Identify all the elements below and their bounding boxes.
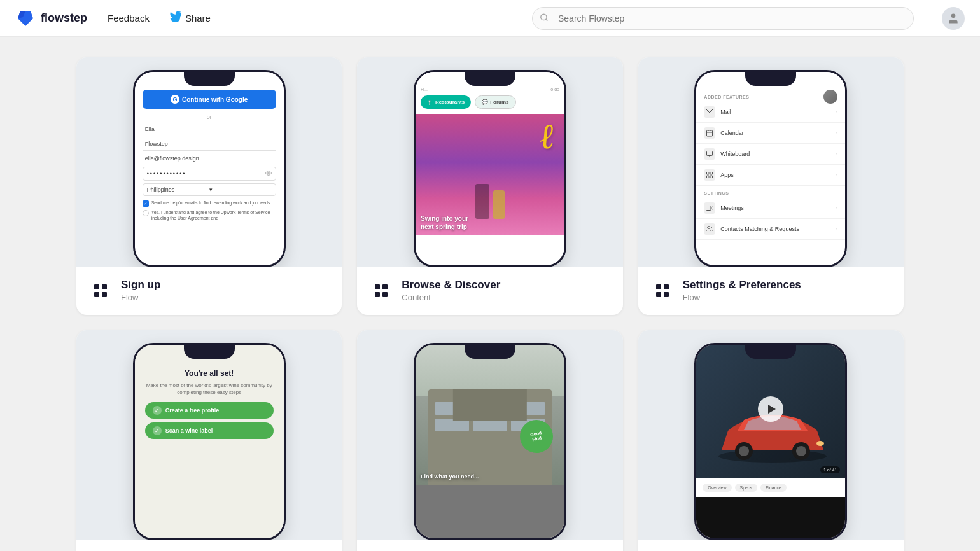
logo-text: flowstep (41, 11, 87, 25)
card-browse-title: Browse & Discover (402, 279, 500, 291)
signup-country: Philippines ▾ (143, 183, 276, 196)
phone-notch-4 (184, 345, 235, 359)
card-vivino-preview: You're all set! Make the most of the wor… (76, 330, 342, 540)
share-button[interactable]: Share (170, 11, 211, 25)
settings-section-1: ADDED FEATURES (696, 90, 845, 102)
vivino-title: You're all set! (145, 369, 274, 378)
phone-find: Good Find Find what you need... (414, 343, 566, 540)
settings-item-contacts: Contacts Matching & Requests › (696, 219, 845, 240)
browse-hero-image: ℓ Swing into your (416, 114, 564, 235)
svg-rect-12 (375, 292, 380, 297)
eye-icon (265, 170, 272, 178)
phone-screen-settings: ADDED FEATURES Mail › (696, 72, 845, 265)
car-ctrl-specs[interactable]: Specs (735, 484, 757, 492)
phone-vivino: You're all set! Make the most of the wor… (133, 343, 286, 540)
svg-rect-19 (707, 151, 713, 156)
svg-rect-29 (656, 284, 661, 289)
google-btn: G Continue with Google (143, 90, 276, 109)
phone-screen-find: Good Find Find what you need... (416, 345, 564, 538)
search-input[interactable] (532, 7, 914, 30)
card-signup[interactable]: G Continue with Google or Ella Flowstep … (76, 57, 342, 315)
card-find-preview: Good Find Find what you need... (357, 330, 622, 540)
car-ctrl-overview[interactable]: Overview (703, 484, 731, 492)
svg-point-41 (718, 450, 827, 463)
card-browse-text: Browse & Discover Content (402, 279, 500, 302)
svg-rect-11 (382, 284, 388, 289)
card-find[interactable]: Good Find Find what you need... (357, 330, 622, 551)
svg-rect-23 (710, 172, 713, 175)
card-browse-preview: H... o do 🍴 Restaurants 💬 For (357, 57, 622, 267)
card-settings[interactable]: ADDED FEATURES Mail › (638, 57, 904, 315)
diamond-icon-2 (370, 279, 393, 302)
phone-settings: ADDED FEATURES Mail › (694, 70, 847, 267)
svg-line-3 (546, 19, 548, 21)
vivino-subtitle: Make the most of the world's largest win… (145, 382, 274, 396)
card-signup-info: Sign up Flow (76, 267, 342, 315)
card-settings-subtitle: Flow (683, 293, 801, 302)
browse-screen-inner: H... o do 🍴 Restaurants 💬 For (416, 72, 564, 235)
phone-screen-vivino: You're all set! Make the most of the wor… (135, 345, 284, 538)
svg-point-2 (541, 14, 547, 20)
svg-rect-15 (707, 130, 713, 136)
car-counter: 1 of 41 (820, 466, 840, 473)
user-avatar[interactable] (942, 7, 965, 30)
card-settings-text: Settings & Preferences Flow (683, 279, 801, 302)
signup-or: or (143, 114, 276, 120)
main-nav: Feedback (108, 13, 150, 24)
phone-notch-5 (465, 345, 515, 359)
card-car[interactable]: 1 of 41 Overview Specs Finance (638, 330, 904, 551)
phone-screen-browse: H... o do 🍴 Restaurants 💬 For (416, 72, 564, 265)
phone-notch-2 (465, 72, 515, 86)
card-browse[interactable]: H... o do 🍴 Restaurants 💬 For (357, 57, 622, 315)
car-controls: Overview Specs Finance (696, 478, 845, 497)
svg-rect-31 (656, 292, 661, 297)
vivino-btn-1: ✓ Create a free profile (145, 402, 274, 419)
signup-field-company: Flowstep (143, 137, 276, 151)
card-signup-preview: G Continue with Google or Ella Flowstep … (76, 57, 342, 267)
settings-item-mail: Mail › (696, 102, 845, 123)
card-car-preview: 1 of 41 Overview Specs Finance (638, 330, 904, 540)
svg-rect-25 (710, 176, 713, 178)
svg-rect-22 (707, 172, 710, 175)
svg-rect-30 (664, 284, 669, 289)
card-find-info: Search & Filter Content (357, 540, 622, 551)
svg-rect-7 (102, 284, 107, 289)
phone-notch-6 (745, 345, 796, 359)
phone-signup: G Continue with Google or Ella Flowstep … (133, 70, 286, 267)
settings-item-apps: Apps › (696, 165, 845, 186)
phone-car: 1 of 41 Overview Specs Finance (694, 343, 847, 540)
diamond-icon-3 (651, 279, 674, 302)
logo[interactable]: flowstep (15, 8, 87, 29)
settings-item-whiteboard: Whiteboard › (696, 144, 845, 165)
card-car-info: Product Detail Flow (638, 540, 904, 551)
phone-screen-car: 1 of 41 Overview Specs Finance (696, 345, 845, 538)
svg-rect-8 (94, 292, 99, 297)
svg-point-43 (739, 446, 749, 456)
svg-rect-27 (706, 206, 711, 211)
chevron-down-icon: ▾ (209, 186, 272, 193)
diamond-icon-1 (89, 279, 112, 302)
feedback-link[interactable]: Feedback (108, 9, 150, 27)
svg-rect-6 (94, 284, 99, 289)
phone-notch-3 (745, 72, 796, 86)
signup-field-password: •••••••••••• (143, 167, 276, 181)
svg-marker-26 (711, 207, 713, 210)
card-browse-subtitle: Content (402, 293, 500, 302)
logo-icon (15, 8, 36, 29)
settings-item-calendar: Calendar › (696, 123, 845, 144)
play-triangle (768, 405, 776, 414)
svg-rect-13 (382, 292, 388, 297)
signup-checkbox-2: Yes, I understand and agree to the Upwor… (143, 209, 276, 221)
search-icon (540, 13, 549, 24)
twitter-icon (170, 11, 181, 25)
signup-field-name: Ella (143, 123, 276, 136)
card-browse-info: Browse & Discover Content (357, 267, 622, 315)
card-settings-preview: ADDED FEATURES Mail › (638, 57, 904, 267)
play-button[interactable] (758, 396, 783, 422)
phone-notch-1 (184, 72, 235, 86)
svg-point-28 (708, 227, 710, 229)
svg-rect-10 (375, 284, 380, 289)
car-ctrl-finance[interactable]: Finance (760, 484, 787, 492)
settings-screen-inner: ADDED FEATURES Mail › (696, 72, 845, 240)
card-vivino[interactable]: You're all set! Make the most of the wor… (76, 330, 342, 551)
